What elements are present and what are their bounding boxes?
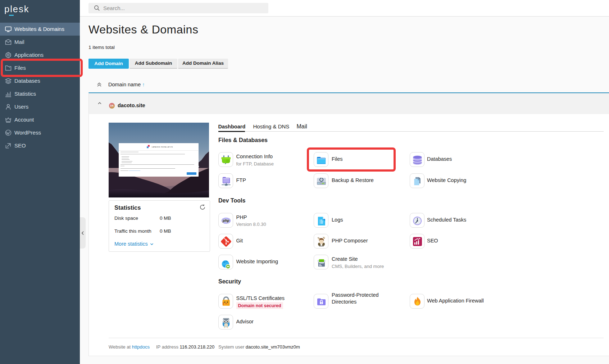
svg-text:php: php [222, 219, 229, 223]
svg-text:LAPADESK INSTALLATION: LAPADESK INSTALLATION [152, 146, 173, 148]
